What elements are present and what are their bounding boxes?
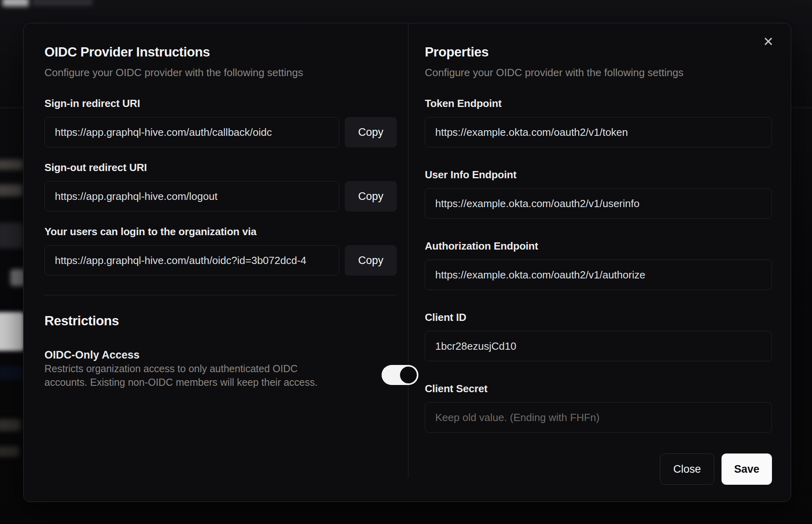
oidc-only-toggle[interactable] bbox=[382, 365, 418, 385]
client-id-label: Client ID bbox=[425, 311, 772, 324]
column-divider bbox=[408, 23, 408, 478]
properties-subtitle: Configure your OIDC provider with the fo… bbox=[425, 66, 772, 79]
oidc-only-access-row: OIDC-Only Access Restricts organization … bbox=[44, 348, 397, 389]
authorization-endpoint-input[interactable] bbox=[425, 260, 772, 290]
instructions-panel: OIDC Provider Instructions Configure you… bbox=[44, 44, 397, 389]
client-secret-label: Client Secret bbox=[425, 382, 772, 395]
login-url-row: Copy bbox=[44, 245, 397, 276]
client-secret-field: Client Secret bbox=[425, 382, 772, 433]
login-url-label: Your users can login to the organization… bbox=[44, 225, 397, 238]
login-url-input[interactable] bbox=[44, 245, 339, 276]
token-endpoint-label: Token Endpoint bbox=[425, 97, 772, 110]
dialog-footer: Close Save bbox=[425, 453, 772, 485]
close-button[interactable]: Close bbox=[660, 453, 714, 485]
signin-redirect-uri-label: Sign-in redirect URI bbox=[44, 97, 397, 110]
signout-redirect-uri-row: Copy bbox=[44, 181, 397, 212]
oidc-only-access-description: Restricts organization access to only au… bbox=[44, 362, 333, 389]
signin-redirect-uri-row: Copy bbox=[44, 117, 397, 147]
properties-title: Properties bbox=[425, 44, 772, 60]
client-id-field: Client ID bbox=[425, 311, 772, 361]
copy-signout-uri-button[interactable]: Copy bbox=[345, 181, 397, 212]
restrictions-title: Restrictions bbox=[44, 313, 397, 329]
client-id-input[interactable] bbox=[425, 331, 772, 361]
authorization-endpoint-field: Authorization Endpoint bbox=[425, 240, 772, 290]
instructions-subtitle: Configure your OIDC provider with the fo… bbox=[44, 66, 397, 79]
signin-redirect-uri-input[interactable] bbox=[44, 117, 339, 147]
copy-signin-uri-button[interactable]: Copy bbox=[345, 117, 397, 147]
token-endpoint-field: Token Endpoint bbox=[425, 97, 772, 147]
properties-panel: Properties Configure your OIDC provider … bbox=[425, 44, 772, 485]
client-secret-input[interactable] bbox=[425, 402, 772, 433]
userinfo-endpoint-label: User Info Endpoint bbox=[425, 168, 772, 181]
oidc-settings-dialog: ✕ OIDC Provider Instructions Configure y… bbox=[23, 23, 791, 502]
userinfo-endpoint-input[interactable] bbox=[425, 188, 772, 219]
token-endpoint-input[interactable] bbox=[425, 117, 772, 147]
toggle-knob bbox=[400, 367, 417, 383]
signout-redirect-uri-input[interactable] bbox=[44, 181, 339, 212]
section-separator bbox=[44, 295, 397, 295]
authorization-endpoint-label: Authorization Endpoint bbox=[425, 240, 772, 252]
save-button[interactable]: Save bbox=[722, 453, 772, 485]
copy-login-url-button[interactable]: Copy bbox=[345, 245, 397, 276]
instructions-title: OIDC Provider Instructions bbox=[44, 44, 397, 60]
oidc-only-access-label: OIDC-Only Access bbox=[44, 348, 333, 362]
signout-redirect-uri-label: Sign-out redirect URI bbox=[44, 161, 397, 174]
userinfo-endpoint-field: User Info Endpoint bbox=[425, 168, 772, 219]
